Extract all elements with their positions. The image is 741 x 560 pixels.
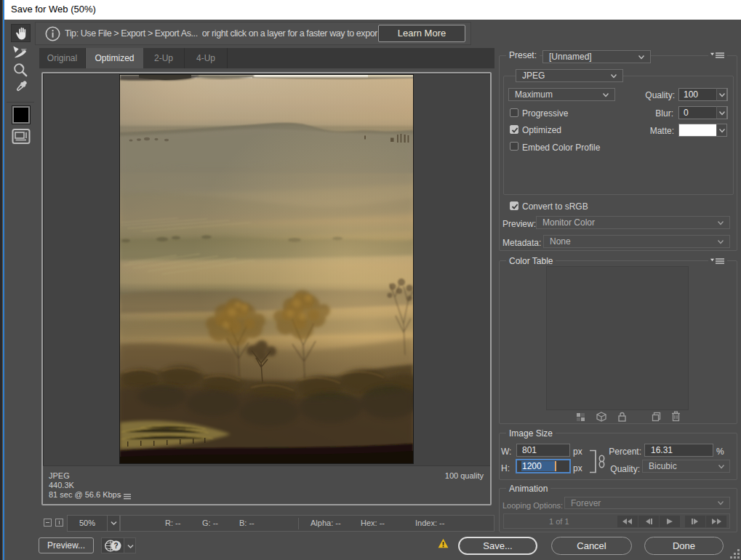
svg-text:?: ? xyxy=(113,542,118,550)
